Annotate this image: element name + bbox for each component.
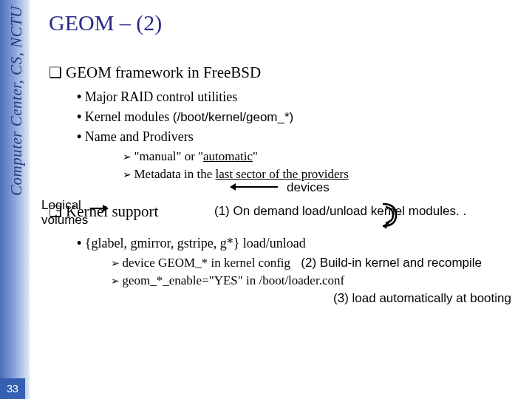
- bullet-loadunload: {glabel, gmirror, gstripe, g*} load/unlo…: [77, 236, 519, 251]
- sidebar-label: Computer Center, CS, NCTU: [7, 6, 26, 196]
- sub-manual-a: "manual" or ": [134, 149, 204, 163]
- sub-manual-c: ": [253, 149, 258, 163]
- annot-ondemand: (1) On demand load/unload kernel modules…: [214, 204, 466, 219]
- annot-booting: (3) load automatically at booting: [49, 291, 519, 306]
- sub-metadata: Metadata in the last sector of the provi…: [123, 167, 519, 182]
- sub-manual-b: automatic: [203, 149, 253, 163]
- annot-buildin: (2) Build-in kernel and recompile: [301, 256, 482, 270]
- sub-device-text: device GEOM_* in kernel config: [123, 256, 291, 270]
- slide-title: GEOM – (2): [49, 10, 519, 35]
- sub-meta-a: Metadata in the: [134, 167, 216, 181]
- section-heading-framework: GEOM framework in FreeBSD: [49, 64, 519, 82]
- label-devices: devices: [287, 180, 330, 195]
- arrow-left-icon: [235, 186, 278, 188]
- arrow-right-icon: [90, 208, 103, 209]
- slide-content: GEOM – (2) GEOM framework in FreeBSD Maj…: [37, 0, 525, 306]
- bullet-raid: Major RAID control utilities: [77, 89, 519, 105]
- label-logical-volumes: Logical volumes: [41, 198, 89, 227]
- kernel-bullets: {glabel, gmirror, gstripe, g*} load/unlo…: [77, 236, 519, 251]
- sub-meta-b: last sector of the providers: [216, 167, 349, 181]
- section2: Kernel support (1) On demand load/unload…: [49, 202, 519, 306]
- sub-manual-auto: "manual" or "automatic": [123, 149, 519, 164]
- bullet-name-providers: Name and Prodivers: [77, 129, 519, 145]
- sub-loader-conf: geom_*_enable="YES" in /boot/loader.conf: [111, 273, 519, 288]
- kernel-sublist: device GEOM_* in kernel config (2) Build…: [111, 256, 519, 288]
- bullet-kernel-text: Kernel modules: [85, 109, 173, 124]
- curved-arrow-icon: [378, 201, 399, 229]
- sub-device-config: device GEOM_* in kernel config (2) Build…: [111, 256, 519, 270]
- page-number: 33: [0, 378, 25, 399]
- framework-bullets: Major RAID control utilities Kernel modu…: [77, 89, 519, 145]
- framework-sublist: "manual" or "automatic" Metadata in the …: [123, 149, 519, 182]
- sidebar: Computer Center, CS, NCTU 33: [0, 0, 30, 399]
- bullet-kernel-path: (/boot/kernel/geom_*): [173, 110, 293, 124]
- bullet-kernel-modules: Kernel modules (/boot/kernel/geom_*): [77, 109, 519, 125]
